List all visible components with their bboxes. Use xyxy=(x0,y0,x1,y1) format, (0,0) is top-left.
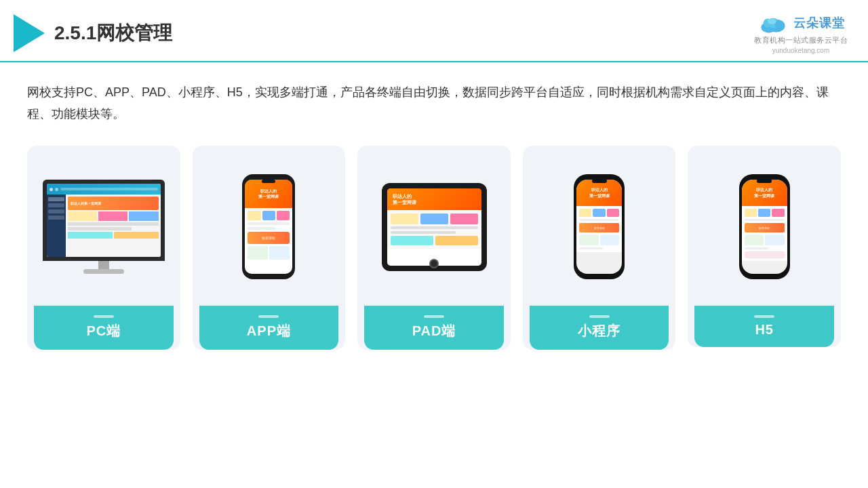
label-bar xyxy=(258,315,279,318)
logo-subtitle: 教育机构一站式服务云平台 xyxy=(754,35,848,45)
phone-notch xyxy=(262,180,275,183)
label-bar xyxy=(754,315,774,318)
h5-preview: 职达人的第一堂网课 推荐课程 xyxy=(694,159,834,295)
cards-container: 职达人的第一堂网课 xyxy=(27,146,841,350)
app-card: 职达人的第一堂网课 推荐课程 xyxy=(193,146,346,350)
h5-label: H5 xyxy=(694,306,834,347)
app-preview: 职达人的第一堂网课 推荐课程 xyxy=(199,159,339,295)
miniprogram-label: 小程序 xyxy=(530,306,669,350)
main-content: 网校支持PC、APP、PAD、小程序、H5，实现多端打通，产品各终端自由切换，数… xyxy=(0,62,868,363)
page-title: 2.5.1网校管理 xyxy=(54,20,172,46)
miniprogram-card: 职达人的第一堂网课 推荐课程 xyxy=(523,146,676,350)
cloud-icon xyxy=(757,12,789,34)
pc-preview: 职达人的第一堂网课 xyxy=(34,159,174,295)
pad-preview: 职达人的第一堂网课 xyxy=(364,159,504,295)
header: 2.5.1网校管理 云朵课堂 教育机构一站式服务云平台 yunduoketang… xyxy=(0,0,868,62)
logo-url: yunduoketang.com xyxy=(772,47,830,54)
pc-screen: 职达人的第一堂网课 xyxy=(47,184,161,257)
h5-phone-mockup: 职达人的第一堂网课 推荐课程 xyxy=(739,174,790,279)
logo-cloud: 云朵课堂 xyxy=(757,12,845,34)
pc-monitor: 职达人的第一堂网课 xyxy=(43,180,165,261)
tablet-screen: 职达人的第一堂网课 xyxy=(387,188,481,266)
label-bar xyxy=(424,315,444,318)
pc-card: 职达人的第一堂网课 xyxy=(27,146,180,350)
miniprogram-preview: 职达人的第一堂网课 推荐课程 xyxy=(530,159,669,295)
app-phone-mockup: 职达人的第一堂网课 推荐课程 xyxy=(242,174,295,279)
pc-label: PC端 xyxy=(34,306,174,350)
pc-mockup: 职达人的第一堂网课 xyxy=(43,180,165,274)
logo-area: 云朵课堂 教育机构一站式服务云平台 yunduoketang.com xyxy=(754,12,848,54)
label-bar xyxy=(94,315,114,318)
label-bar xyxy=(589,315,610,318)
play-icon xyxy=(14,14,45,52)
h5-card: 职达人的第一堂网课 推荐课程 xyxy=(688,146,841,347)
logo-brand: 云朵课堂 xyxy=(793,15,845,31)
description-text: 网校支持PC、APP、PAD、小程序、H5，实现多端打通，产品各终端自由切换，数… xyxy=(27,81,841,125)
app-label: APP端 xyxy=(199,306,339,350)
phone-screen: 职达人的第一堂网课 推荐课程 xyxy=(245,180,292,274)
phone-notch2 xyxy=(592,179,607,183)
miniprogram-phone-mockup: 职达人的第一堂网课 推荐课程 xyxy=(574,174,625,279)
pad-label: PAD端 xyxy=(364,306,504,350)
svg-point-5 xyxy=(768,19,776,24)
header-left: 2.5.1网校管理 xyxy=(14,14,172,52)
pad-tablet-mockup: 职达人的第一堂网课 xyxy=(382,183,487,271)
pad-card: 职达人的第一堂网课 xyxy=(357,146,511,350)
